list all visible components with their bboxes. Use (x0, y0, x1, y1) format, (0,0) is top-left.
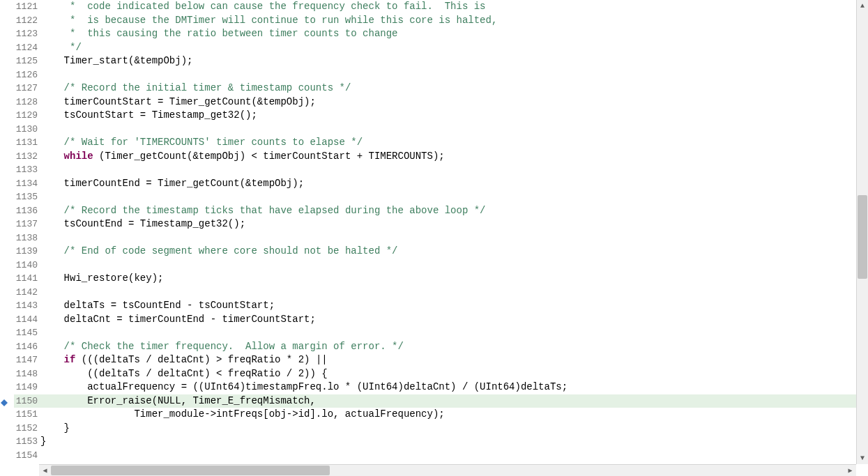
code-text[interactable]: ((deltaTs / deltaCnt) < freqRatio / 2)) … (39, 367, 868, 381)
code-line[interactable]: 1153} (0, 435, 868, 449)
code-text[interactable] (39, 190, 868, 204)
gutter-marker[interactable] (0, 340, 14, 354)
code-text[interactable] (39, 259, 868, 272)
code-text[interactable] (39, 163, 868, 177)
code-line[interactable]: 1147 if (((deltaTs / deltaCnt) > freqRat… (0, 353, 868, 367)
code-line[interactable]: 1144 deltaCnt = timerCountEnd - timerCou… (0, 313, 868, 327)
code-line[interactable]: 1149 actualFrequency = ((UInt64)timestam… (0, 381, 868, 394)
code-line[interactable]: 1143 deltaTs = tsCountEnd - tsCountStart… (0, 299, 868, 313)
gutter-marker[interactable] (0, 27, 14, 41)
code-line[interactable]: 1121 * code indicated below can cause th… (0, 0, 868, 14)
code-text[interactable] (39, 123, 868, 137)
code-text[interactable] (39, 286, 868, 300)
gutter-marker[interactable] (0, 449, 14, 463)
gutter-marker[interactable] (0, 326, 14, 340)
code-text[interactable]: /* Record the initial timer & timestamp … (39, 82, 868, 95)
gutter-marker[interactable] (0, 150, 14, 164)
vertical-scrollbar[interactable]: ▲ ▼ (856, 0, 868, 464)
code-text[interactable]: deltaCnt = timerCountEnd - timerCountSta… (39, 313, 868, 327)
code-line[interactable]: 1126 (0, 68, 868, 82)
code-line[interactable]: 1138 (0, 231, 868, 245)
code-text[interactable]: } (39, 435, 868, 449)
scroll-left-arrow[interactable]: ◀ (39, 465, 51, 476)
code-text[interactable]: while (Timer_getCount(&tempObj) < timerC… (39, 150, 868, 164)
gutter-marker[interactable] (0, 177, 14, 191)
gutter-marker[interactable] (0, 54, 14, 68)
gutter-marker[interactable] (0, 123, 14, 137)
scroll-right-arrow[interactable]: ▶ (844, 465, 856, 476)
code-line[interactable]: 1137 tsCountEnd = Timestamp_get32(); (0, 217, 868, 231)
gutter-marker[interactable] (0, 381, 14, 394)
code-line[interactable]: 1150 Error_raise(NULL, Timer_E_freqMisma… (0, 394, 868, 408)
code-line[interactable]: 1132 while (Timer_getCount(&tempObj) < t… (0, 150, 868, 164)
code-line[interactable]: 1142 (0, 286, 868, 300)
code-text[interactable] (39, 449, 868, 463)
code-text[interactable]: Error_raise(NULL, Timer_E_freqMismatch, (39, 394, 868, 408)
code-line[interactable]: 1141 Hwi_restore(key); (0, 272, 868, 286)
code-text[interactable]: deltaTs = tsCountEnd - tsCountStart; (39, 299, 868, 313)
code-line[interactable]: 1146 /* Check the timer frequency. Allow… (0, 340, 868, 354)
gutter-marker[interactable] (0, 367, 14, 381)
code-text[interactable]: Hwi_restore(key); (39, 272, 868, 286)
code-text[interactable] (39, 231, 868, 245)
code-line[interactable]: 1151 Timer_module->intFreqs[obj->id].lo,… (0, 408, 868, 422)
scroll-down-arrow[interactable]: ▼ (857, 452, 868, 464)
code-line[interactable]: 1129 tsCountStart = Timestamp_get32(); (0, 109, 868, 123)
code-line[interactable]: 1131 /* Wait for 'TIMERCOUNTS' timer cou… (0, 136, 868, 150)
gutter-marker[interactable] (0, 422, 14, 436)
code-text[interactable] (39, 68, 868, 82)
gutter-marker[interactable] (0, 109, 14, 123)
code-line[interactable]: 1145 (0, 326, 868, 340)
gutter-marker[interactable] (0, 408, 14, 422)
gutter-marker[interactable] (0, 190, 14, 204)
code-line[interactable]: 1140 (0, 259, 868, 272)
gutter-marker[interactable] (0, 14, 14, 28)
code-line[interactable]: 1139 /* End of code segment where core s… (0, 245, 868, 259)
gutter-marker[interactable] (0, 136, 14, 150)
horizontal-scrollbar[interactable]: ◀ ▶ (39, 464, 856, 476)
gutter-marker[interactable] (0, 41, 14, 55)
gutter-marker[interactable] (0, 0, 14, 14)
code-text[interactable]: * code indicated below can cause the fre… (39, 0, 868, 14)
code-text[interactable]: if (((deltaTs / deltaCnt) > freqRatio * … (39, 353, 868, 367)
gutter-marker[interactable] (0, 272, 14, 286)
code-text[interactable]: actualFrequency = ((UInt64)timestampFreq… (39, 381, 868, 394)
gutter-marker[interactable] (0, 82, 14, 95)
lines-container[interactable]: 1121 * code indicated below can cause th… (0, 0, 868, 464)
code-text[interactable]: } (39, 422, 868, 436)
gutter-marker[interactable] (0, 245, 14, 259)
gutter-marker[interactable] (0, 231, 14, 245)
code-line[interactable]: 1130 (0, 123, 868, 137)
code-line[interactable]: 1128 timerCountStart = Timer_getCount(&t… (0, 95, 868, 109)
code-line[interactable]: 1135 (0, 190, 868, 204)
code-line[interactable]: 1136 /* Record the timestamp ticks that … (0, 204, 868, 218)
code-line[interactable]: 1124 */ (0, 41, 868, 55)
code-line[interactable]: 1123 * this causing the ratio between ti… (0, 27, 868, 41)
gutter-marker[interactable] (0, 204, 14, 218)
code-line[interactable]: 1154 (0, 449, 868, 463)
code-editor[interactable]: 1121 * code indicated below can cause th… (0, 0, 868, 476)
gutter-marker[interactable] (0, 68, 14, 82)
gutter-marker[interactable] (0, 217, 14, 231)
gutter-marker[interactable] (0, 313, 14, 327)
code-text[interactable]: * this causing the ratio between timer c… (39, 27, 868, 41)
horizontal-scroll-thumb[interactable] (51, 466, 330, 475)
gutter-marker[interactable] (0, 163, 14, 177)
code-line[interactable]: 1134 timerCountEnd = Timer_getCount(&tem… (0, 177, 868, 191)
gutter-marker[interactable] (0, 394, 14, 408)
code-line[interactable]: 1133 (0, 163, 868, 177)
code-line[interactable]: 1122 * is because the DMTimer will conti… (0, 14, 868, 28)
vertical-scroll-thumb[interactable] (858, 195, 867, 279)
gutter-marker[interactable] (0, 299, 14, 313)
scroll-up-arrow[interactable]: ▲ (857, 0, 868, 12)
code-text[interactable]: Timer_start(&tempObj); (39, 54, 868, 68)
gutter-marker[interactable] (0, 259, 14, 272)
code-line[interactable]: 1148 ((deltaTs / deltaCnt) < freqRatio /… (0, 367, 868, 381)
code-line[interactable]: 1125 Timer_start(&tempObj); (0, 54, 868, 68)
gutter-marker[interactable] (0, 353, 14, 367)
code-text[interactable]: timerCountEnd = Timer_getCount(&tempObj)… (39, 177, 868, 191)
code-text[interactable]: timerCountStart = Timer_getCount(&tempOb… (39, 95, 868, 109)
code-line[interactable]: 1152 } (0, 422, 868, 436)
gutter-marker[interactable] (0, 95, 14, 109)
code-text[interactable]: /* End of code segment where core should… (39, 245, 868, 259)
